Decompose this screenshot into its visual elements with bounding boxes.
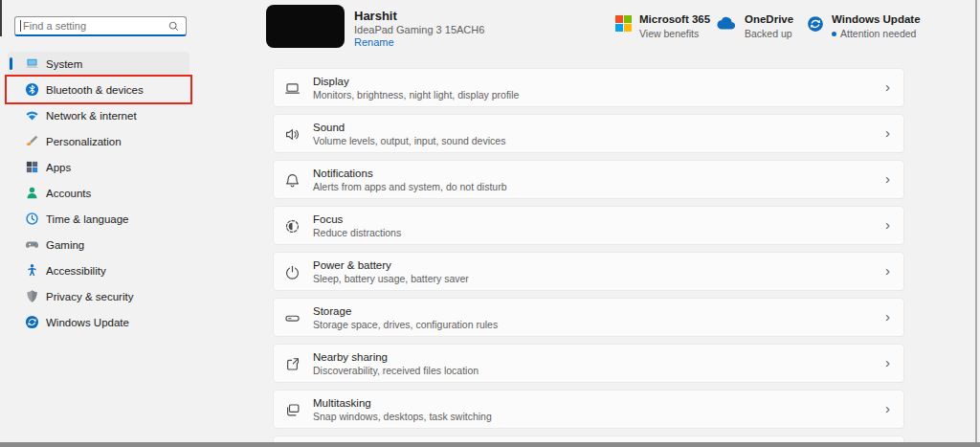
settings-row-display[interactable]: DisplayMonitors, brightness, night light… — [273, 68, 904, 107]
power-battery-icon — [284, 264, 301, 280]
row-subtitle: Sleep, battery usage, battery saver — [313, 273, 469, 284]
onedrive-icon — [712, 15, 737, 32]
chevron-right-icon: › — [885, 124, 890, 141]
sidebar-item-label: Apps — [46, 162, 71, 173]
badge-title: Windows Update — [832, 13, 921, 25]
sidebar-item-windows-update[interactable]: Windows Update — [8, 310, 189, 334]
settings-row-multitasking[interactable]: MultitaskingSnap windows, desktops, task… — [273, 390, 904, 429]
badge-subtitle: Backed up — [745, 28, 793, 39]
sidebar-item-system[interactable]: System — [8, 52, 189, 76]
sound-icon — [284, 126, 301, 143]
chevron-right-icon: › — [885, 308, 890, 324]
sidebar-nav: SystemBluetooth & devicesNetwork & inter… — [8, 52, 189, 336]
personalization-icon — [25, 134, 39, 148]
accessibility-icon — [25, 263, 39, 278]
row-subtitle: Volume levels, output, input, sound devi… — [313, 135, 505, 146]
settings-row-notifications[interactable]: NotificationsAlerts from apps and system… — [273, 160, 904, 199]
chevron-right-icon: › — [885, 400, 890, 416]
search-input[interactable] — [23, 20, 167, 32]
microsoft-365-icon — [615, 15, 632, 32]
row-subtitle: Storage space, drives, configuration rul… — [313, 319, 498, 330]
row-subtitle: Reduce distractions — [313, 227, 401, 238]
time-language-icon — [25, 212, 39, 226]
apps-icon — [25, 160, 39, 174]
focus-icon — [284, 218, 301, 235]
row-title: Multitasking — [313, 397, 492, 409]
sidebar-item-personalization[interactable]: Personalization — [8, 129, 189, 153]
privacy-security-icon — [25, 289, 39, 303]
badge-subtitle: Attention needed — [832, 28, 921, 39]
row-subtitle: Monitors, brightness, night light, displ… — [313, 89, 519, 101]
row-subtitle: Alerts from apps and system, do not dist… — [313, 181, 507, 192]
row-subtitle: Snap windows, desktops, task switching — [313, 411, 492, 422]
sidebar-item-label: Privacy & security — [46, 291, 133, 302]
sidebar-item-gaming[interactable]: Gaming — [8, 233, 189, 257]
sidebar-item-label: Bluetooth & devices — [46, 84, 144, 96]
storage-icon — [284, 310, 301, 326]
sidebar-item-label: Windows Update — [46, 317, 129, 328]
badge-title: Microsoft 365 — [639, 13, 710, 25]
row-title: Nearby sharing — [313, 351, 479, 363]
chevron-right-icon: › — [885, 216, 890, 233]
chevron-right-icon: › — [885, 78, 890, 95]
settings-row-focus[interactable]: FocusReduce distractions› — [273, 206, 904, 245]
sidebar-item-label: Personalization — [46, 136, 122, 147]
search-icon[interactable] — [167, 20, 180, 33]
rename-link[interactable]: Rename — [354, 36, 394, 48]
sidebar-item-network-internet[interactable]: Network & internet — [8, 103, 189, 127]
badge-subtitle: View benefits — [639, 28, 710, 39]
settings-row-power-battery[interactable]: Power & batterySleep, battery usage, bat… — [273, 252, 904, 291]
windows-update-badge-icon — [807, 15, 824, 33]
row-title: Focus — [313, 213, 401, 225]
settings-row-sound[interactable]: SoundVolume levels, output, input, sound… — [273, 114, 904, 153]
selected-indicator-pill — [10, 57, 12, 70]
sidebar-item-apps[interactable]: Apps — [8, 155, 189, 179]
text-cursor — [20, 20, 21, 32]
search-box[interactable] — [14, 16, 187, 36]
gaming-icon — [25, 237, 39, 252]
badge-microsoft-365[interactable]: Microsoft 365View benefits — [615, 13, 710, 39]
sidebar-item-bluetooth-devices[interactable]: Bluetooth & devices — [8, 78, 189, 101]
row-subtitle: Discoverability, received files location — [313, 365, 479, 376]
accounts-icon — [25, 186, 39, 200]
sidebar-item-accessibility[interactable]: Accessibility — [8, 258, 189, 282]
chevron-right-icon: › — [885, 170, 890, 187]
badge-windows-update[interactable]: Windows UpdateAttention needed — [807, 13, 921, 39]
multitasking-icon — [284, 402, 301, 418]
badge-onedrive[interactable]: OneDriveBacked up — [712, 13, 793, 39]
sidebar-item-label: Accounts — [46, 188, 91, 199]
sidebar-item-label: Network & internet — [46, 110, 137, 122]
network-icon — [25, 108, 39, 123]
scrollbar[interactable] — [975, 0, 977, 447]
nearby-sharing-icon — [284, 356, 301, 372]
sidebar-item-label: Accessibility — [46, 265, 106, 277]
settings-row-storage[interactable]: StorageStorage space, drives, configurat… — [273, 298, 904, 337]
system-settings-list: DisplayMonitors, brightness, night light… — [273, 68, 904, 447]
row-title: Sound — [313, 122, 505, 133]
settings-sidebar: SystemBluetooth & devicesNetwork & inter… — [0, 0, 196, 447]
attention-dot-icon — [832, 32, 836, 36]
settings-row-nearby-sharing[interactable]: Nearby sharingDiscoverability, received … — [273, 344, 904, 383]
badge-title: OneDrive — [745, 13, 793, 25]
taskbar-edge — [0, 442, 980, 447]
avatar[interactable] — [266, 5, 345, 48]
system-icon — [25, 56, 39, 71]
sidebar-item-label: Gaming — [46, 239, 84, 251]
row-title: Storage — [313, 305, 498, 317]
row-title: Display — [313, 76, 519, 87]
windows-update-icon — [25, 315, 39, 329]
row-title: Notifications — [313, 168, 507, 179]
bluetooth-icon — [25, 82, 39, 97]
notifications-icon — [284, 172, 301, 189]
chevron-right-icon: › — [885, 262, 890, 279]
display-icon — [284, 80, 301, 97]
chevron-right-icon: › — [885, 354, 890, 370]
row-title: Power & battery — [313, 259, 469, 271]
sidebar-item-label: System — [46, 58, 82, 70]
sidebar-item-accounts[interactable]: Accounts — [8, 181, 189, 205]
sidebar-item-privacy-security[interactable]: Privacy & security — [8, 284, 189, 308]
user-name: Harshit — [354, 9, 397, 23]
sidebar-item-label: Time & language — [46, 213, 129, 225]
sidebar-item-time-language[interactable]: Time & language — [8, 207, 189, 231]
device-name: IdeaPad Gaming 3 15ACH6 — [354, 24, 484, 35]
